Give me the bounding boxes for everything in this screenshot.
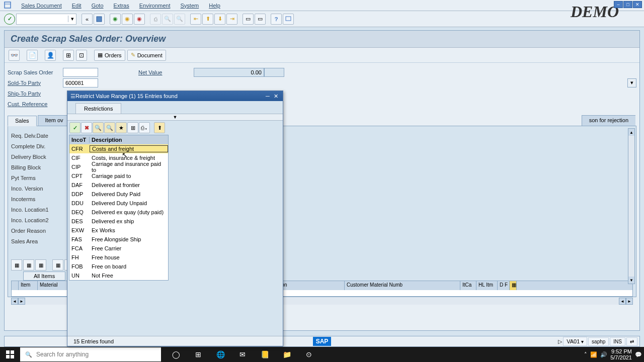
popup-row-fh[interactable]: FHFree house xyxy=(69,253,168,262)
popup-row-des[interactable]: DESDelivered ex ship xyxy=(69,217,168,226)
user-button[interactable]: 👤 xyxy=(45,50,56,61)
system-tray[interactable]: ˄ 📶 🔊 9:52 PM 5/7/2021 💬 xyxy=(584,348,642,360)
maximize-button[interactable]: □ xyxy=(623,1,632,8)
new-session-button[interactable]: ▭ xyxy=(243,14,254,25)
select-all-button[interactable]: ▦ xyxy=(11,259,22,270)
popup-row-deq[interactable]: DEQDelivered ex quay (duty paid) xyxy=(69,208,168,217)
first-page-button[interactable]: ⇤ xyxy=(190,14,201,25)
last-page-button[interactable]: ⇥ xyxy=(226,14,237,25)
popup-row-cpt[interactable]: CPTCarriage paid to xyxy=(69,171,168,180)
grid-col-ption[interactable]: ption xyxy=(274,281,345,290)
all-items-tab[interactable]: All Items xyxy=(23,272,65,281)
taskbar-app-notes[interactable]: 📒 xyxy=(254,347,276,362)
task-view-button[interactable]: ◯ xyxy=(165,347,187,362)
minimize-button[interactable]: – xyxy=(614,1,623,8)
tab-item-overview[interactable]: Item ov xyxy=(38,115,71,126)
cust-ref-label[interactable]: Cust. Reference xyxy=(8,101,63,107)
document-button[interactable]: ✎Document xyxy=(127,50,166,61)
shortcut-button[interactable]: ▭ xyxy=(255,14,266,25)
scroll-right-button[interactable]: ► xyxy=(18,298,25,305)
popup-row-cfr[interactable]: CFRCosts and freight xyxy=(69,144,168,153)
popup-row-ddu[interactable]: DDUDelivered Duty Unpaid xyxy=(69,199,168,208)
tray-chevron-icon[interactable]: ˄ xyxy=(584,351,587,358)
popup-row-daf[interactable]: DAFDelivered at frontier xyxy=(69,180,168,190)
layout-button[interactable] xyxy=(283,14,294,25)
print-button[interactable]: ⎙ xyxy=(150,14,161,25)
menu-help[interactable]: Help xyxy=(204,3,225,9)
grid-col-hlitm[interactable]: HL Itm xyxy=(476,281,498,290)
nav-back-button[interactable]: ◉ xyxy=(110,14,121,25)
help-button[interactable]: ? xyxy=(271,14,282,25)
popup-close-button[interactable]: ✕ xyxy=(272,92,280,100)
popup-sort-button[interactable]: ★ xyxy=(116,122,127,133)
exit-button[interactable]: ◉ xyxy=(122,14,133,25)
grid-col-df[interactable]: D F xyxy=(498,281,510,290)
header-button[interactable]: 📄 xyxy=(27,50,38,61)
start-button[interactable] xyxy=(0,347,20,362)
ok-code-field[interactable]: ▾ xyxy=(16,14,76,25)
tray-sound-icon[interactable]: 🔊 xyxy=(600,351,607,358)
grid-col-config[interactable]: ▦ xyxy=(510,281,517,290)
popup-cancel-button[interactable]: ✖ xyxy=(81,122,92,133)
popup-row-cip[interactable]: CIPCarriage and insurance paid to xyxy=(69,162,168,171)
scroll-right2-button[interactable]: ► xyxy=(626,298,633,305)
status-expand-icon[interactable]: ▷ xyxy=(558,338,562,345)
popup-col-description[interactable]: Description xyxy=(90,137,168,143)
grid-col-selector[interactable] xyxy=(12,281,19,290)
status-connection-icon[interactable]: ⇄ xyxy=(626,337,637,346)
sort-asc-button[interactable]: ▦ xyxy=(35,259,46,270)
config-button[interactable]: ⊡ xyxy=(76,50,87,61)
taskbar-app-edge[interactable]: 🌐 xyxy=(209,347,231,362)
popup-titlebar[interactable]: ☰ Restrict Value Range (1) 15 Entries fo… xyxy=(67,91,283,101)
popup-filter-toggle[interactable]: ▼ xyxy=(67,114,283,121)
sold-to-label[interactable]: Sold-To Party xyxy=(8,80,63,86)
scroll-left-button[interactable]: ◄ xyxy=(11,298,18,305)
scroll-up-button[interactable]: ▲ xyxy=(628,129,634,136)
sold-to-input[interactable] xyxy=(63,78,98,87)
popup-row-exw[interactable]: EXWEx Works xyxy=(69,226,168,235)
popup-find-button[interactable]: 🔍 xyxy=(93,122,104,133)
popup-row-fca[interactable]: FCAFree Carrier xyxy=(69,244,168,253)
popup-col-incot[interactable]: IncoT xyxy=(69,137,90,143)
popup-upload-button[interactable]: ⬆ xyxy=(154,122,165,133)
taskbar-search-input[interactable] xyxy=(36,351,156,358)
enter-button[interactable]: ✓ xyxy=(4,14,15,25)
expand-button[interactable]: ▦ xyxy=(52,259,63,270)
popup-row-un[interactable]: UNNot Free xyxy=(69,271,168,280)
tab-reason-rejection[interactable]: son for rejection xyxy=(582,115,635,126)
vertical-scrollbar[interactable]: ▲ ▼ xyxy=(628,128,635,284)
popup-minimize-button[interactable]: ─ xyxy=(264,92,272,100)
menu-environment[interactable]: Environment xyxy=(134,3,176,9)
popup-row-ddp[interactable]: DDPDelivered Duty Paid xyxy=(69,190,168,199)
status-tcode[interactable]: VA01 ▾ xyxy=(563,337,587,346)
close-button[interactable]: ✕ xyxy=(633,1,642,8)
popup-accept-button[interactable]: ✓ xyxy=(69,122,80,133)
orders-button[interactable]: ▦Orders xyxy=(94,50,125,61)
tray-notifications-icon[interactable]: 💬 xyxy=(635,351,642,358)
sold-to-f4-button[interactable]: ▾ xyxy=(627,78,636,87)
menu-sales-document[interactable]: Sales Document xyxy=(16,3,67,9)
find-next-button[interactable]: 🔍 xyxy=(174,14,185,25)
grid-col-material[interactable]: Material xyxy=(38,281,68,290)
menu-extras[interactable]: Extras xyxy=(109,3,134,9)
tab-sales[interactable]: Sales xyxy=(8,116,37,126)
scrap-order-input[interactable] xyxy=(63,68,98,77)
taskbar-search[interactable]: 🔍 xyxy=(20,347,161,361)
tray-clock[interactable]: 9:52 PM 5/7/2021 xyxy=(610,348,632,360)
popup-row-fob[interactable]: FOBFree on board xyxy=(69,262,168,271)
next-page-button[interactable]: ⬇ xyxy=(214,14,225,25)
prev-page-button[interactable]: ⬆ xyxy=(202,14,213,25)
grid-col-cust-mat[interactable]: Customer Material Numb xyxy=(345,281,460,290)
cancel-button[interactable]: ◉ xyxy=(134,14,145,25)
find-button[interactable]: 🔍 xyxy=(162,14,173,25)
display-button[interactable]: 👓 xyxy=(9,50,20,61)
popup-tab-restrictions[interactable]: Restrictions xyxy=(75,103,121,114)
popup-print-button[interactable]: ⎙▾ xyxy=(139,122,150,133)
taskbar-app-cortana[interactable]: ⊞ xyxy=(187,347,209,362)
back-button[interactable]: « xyxy=(82,14,93,25)
taskbar-app-explorer[interactable]: 📁 xyxy=(276,347,298,362)
popup-row-fas[interactable]: FASFree Alongside Ship xyxy=(69,235,168,244)
grid-col-itca[interactable]: ItCa xyxy=(460,281,476,290)
tray-network-icon[interactable]: 📶 xyxy=(590,351,597,358)
popup-settings-button[interactable]: ⊞ xyxy=(127,122,138,133)
